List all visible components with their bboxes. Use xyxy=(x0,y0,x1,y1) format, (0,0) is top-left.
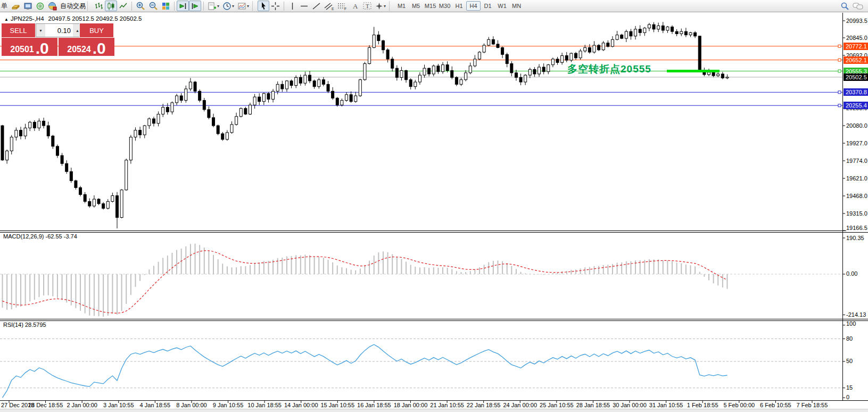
price-tick-label: 20080.0 xyxy=(846,122,868,129)
rsi-axis-80: 80 xyxy=(846,335,868,342)
time-axis-label: 25 Jan 10:55 xyxy=(540,402,574,408)
price-tick-label: 19468.0 xyxy=(846,193,868,199)
sell-price-dec: .0 xyxy=(36,42,49,55)
time-axis-label: 31 Jan 10:55 xyxy=(649,402,683,408)
buy-price-display[interactable]: 20524 .0 xyxy=(59,38,114,56)
time-axis-label: 7 Feb 18:55 xyxy=(797,402,828,408)
sell-button[interactable]: SELL xyxy=(2,23,35,37)
sell-price-display[interactable]: 20501 .0 xyxy=(2,38,57,56)
rsi-axis-50: 50 xyxy=(846,358,868,364)
time-axis-label: 16 Jan 18:55 xyxy=(357,402,391,408)
price-level-badge: 20255.4 xyxy=(844,102,868,109)
collapse-panel-icon[interactable]: ▲ xyxy=(4,17,9,22)
buy-price-int: 20524 xyxy=(67,44,91,55)
time-axis-label: 28 Jan 18:55 xyxy=(576,402,610,408)
price-tick-label: 19621.0 xyxy=(846,175,868,182)
price-level-badge: 20652.1 xyxy=(844,56,868,64)
time-axis-label: 1 Feb 18:55 xyxy=(687,402,718,408)
time-axis-label: 24 Jan 00:00 xyxy=(503,402,537,408)
one-click-trading-panel: SELL ▼ ▲ BUY 20501 .0 20524 .0 xyxy=(2,23,114,56)
rsi-axis-0: 0 xyxy=(846,394,868,400)
time-axis-label: 15 Jan 10:55 xyxy=(320,402,354,408)
price-tick-label: 19166.5 xyxy=(846,225,868,231)
buy-button[interactable]: BUY xyxy=(80,23,113,37)
ohlc-values: 20497.5 20512.5 20492.5 20502.5 xyxy=(48,15,142,22)
volume-down-button[interactable]: ▼ xyxy=(36,24,45,37)
sell-price-int: 20501 xyxy=(10,44,34,55)
time-axis-label: 21 Jan 10:55 xyxy=(430,402,464,408)
macd-axis-max: 190.35 xyxy=(846,235,868,241)
time-axis-label: 5 Feb 00:00 xyxy=(723,402,755,408)
price-level-badge: 20370.8 xyxy=(844,88,868,96)
rsi-axis-100: 100 xyxy=(846,320,868,327)
time-axis-label: 28 Dec 18:55 xyxy=(28,402,63,408)
rsi-axis-15: 15 xyxy=(846,384,868,391)
time-axis-label: 18 Jan 00:00 xyxy=(394,402,428,408)
time-axis-label: 10 Jan 18:55 xyxy=(247,402,282,408)
price-tick-label: 19927.0 xyxy=(846,140,868,146)
buy-price-dec: .0 xyxy=(93,42,106,55)
time-axis-label: 22 Jan 18:55 xyxy=(467,402,501,408)
price-tick-label: 19315.0 xyxy=(846,210,868,217)
time-axis-label: 8 Jan 00:00 xyxy=(176,402,207,408)
chart-title: ▲JPN225-,H420497.5 20512.5 20492.5 20502… xyxy=(4,15,142,22)
time-axis-label: 30 Jan 00:00 xyxy=(613,402,647,408)
macd-axis-min: -214.13 xyxy=(846,311,868,318)
time-axis-label: 2 Jan 00:00 xyxy=(67,402,97,408)
price-level-badge: 20772.1 xyxy=(844,43,868,50)
macd-label: MACD(12,26,9) -62.55 -3.74 xyxy=(3,233,77,240)
chart-canvas[interactable] xyxy=(0,0,868,412)
volume-input[interactable] xyxy=(45,24,73,37)
annotation-text[interactable]: 多空转折点20555 xyxy=(567,62,651,76)
time-axis-label: 4 Jan 18:55 xyxy=(140,402,171,408)
time-axis-label: 14 Jan 00:00 xyxy=(284,402,318,408)
time-axis-label: 9 Jan 10:55 xyxy=(213,402,244,408)
price-tick-label: 20993.5 xyxy=(846,18,868,24)
volume-stepper: ▼ ▲ xyxy=(36,23,79,37)
price-tick-label: 20845.0 xyxy=(846,35,868,41)
time-axis-label: 3 Jan 10:55 xyxy=(103,402,134,408)
time-axis-label: 6 Feb 10:55 xyxy=(760,402,791,408)
window-bottom-strip xyxy=(0,409,868,412)
price-tick-label: 19774.0 xyxy=(846,158,868,164)
rsi-label: RSI(14) 28.5795 xyxy=(3,322,46,328)
macd-axis-zero: 0.00 xyxy=(846,270,868,277)
symbol-period-label: JPN225-,H4 xyxy=(11,15,44,22)
price-level-badge: 20502.5 xyxy=(844,73,868,81)
